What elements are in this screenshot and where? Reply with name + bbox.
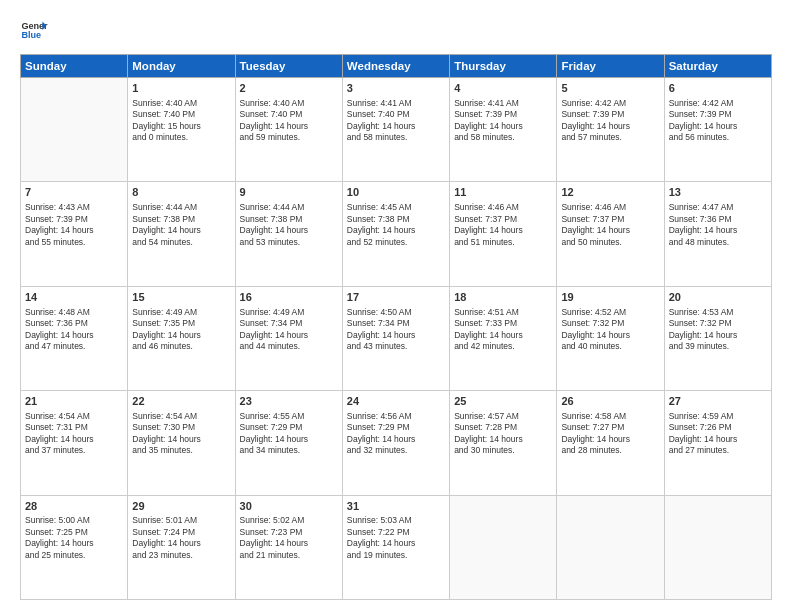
- calendar-cell: 11Sunrise: 4:46 AM Sunset: 7:37 PM Dayli…: [450, 182, 557, 286]
- day-info: Sunrise: 4:50 AM Sunset: 7:34 PM Dayligh…: [347, 307, 445, 353]
- calendar-cell: [450, 495, 557, 599]
- day-number: 25: [454, 394, 552, 409]
- svg-text:Blue: Blue: [21, 30, 41, 40]
- calendar-cell: 14Sunrise: 4:48 AM Sunset: 7:36 PM Dayli…: [21, 286, 128, 390]
- calendar-cell: [664, 495, 771, 599]
- day-info: Sunrise: 4:57 AM Sunset: 7:28 PM Dayligh…: [454, 411, 552, 457]
- calendar-cell: 21Sunrise: 4:54 AM Sunset: 7:31 PM Dayli…: [21, 391, 128, 495]
- day-number: 14: [25, 290, 123, 305]
- calendar-cell: 5Sunrise: 4:42 AM Sunset: 7:39 PM Daylig…: [557, 78, 664, 182]
- calendar-cell: 26Sunrise: 4:58 AM Sunset: 7:27 PM Dayli…: [557, 391, 664, 495]
- day-info: Sunrise: 4:49 AM Sunset: 7:34 PM Dayligh…: [240, 307, 338, 353]
- calendar-cell: 20Sunrise: 4:53 AM Sunset: 7:32 PM Dayli…: [664, 286, 771, 390]
- weekday-header-thursday: Thursday: [450, 55, 557, 78]
- day-info: Sunrise: 4:43 AM Sunset: 7:39 PM Dayligh…: [25, 202, 123, 248]
- calendar-cell: 2Sunrise: 4:40 AM Sunset: 7:40 PM Daylig…: [235, 78, 342, 182]
- day-info: Sunrise: 4:40 AM Sunset: 7:40 PM Dayligh…: [240, 98, 338, 144]
- calendar-cell: 1Sunrise: 4:40 AM Sunset: 7:40 PM Daylig…: [128, 78, 235, 182]
- day-info: Sunrise: 4:40 AM Sunset: 7:40 PM Dayligh…: [132, 98, 230, 144]
- day-info: Sunrise: 4:53 AM Sunset: 7:32 PM Dayligh…: [669, 307, 767, 353]
- day-info: Sunrise: 5:03 AM Sunset: 7:22 PM Dayligh…: [347, 515, 445, 561]
- day-number: 13: [669, 185, 767, 200]
- calendar-cell: 13Sunrise: 4:47 AM Sunset: 7:36 PM Dayli…: [664, 182, 771, 286]
- day-info: Sunrise: 4:51 AM Sunset: 7:33 PM Dayligh…: [454, 307, 552, 353]
- day-info: Sunrise: 4:52 AM Sunset: 7:32 PM Dayligh…: [561, 307, 659, 353]
- calendar-cell: 17Sunrise: 4:50 AM Sunset: 7:34 PM Dayli…: [342, 286, 449, 390]
- calendar-cell: 19Sunrise: 4:52 AM Sunset: 7:32 PM Dayli…: [557, 286, 664, 390]
- day-info: Sunrise: 4:59 AM Sunset: 7:26 PM Dayligh…: [669, 411, 767, 457]
- day-number: 11: [454, 185, 552, 200]
- calendar-cell: 3Sunrise: 4:41 AM Sunset: 7:40 PM Daylig…: [342, 78, 449, 182]
- day-info: Sunrise: 5:01 AM Sunset: 7:24 PM Dayligh…: [132, 515, 230, 561]
- day-info: Sunrise: 5:02 AM Sunset: 7:23 PM Dayligh…: [240, 515, 338, 561]
- day-number: 20: [669, 290, 767, 305]
- day-number: 6: [669, 81, 767, 96]
- calendar-table: SundayMondayTuesdayWednesdayThursdayFrid…: [20, 54, 772, 600]
- weekday-header-sunday: Sunday: [21, 55, 128, 78]
- week-row-3: 14Sunrise: 4:48 AM Sunset: 7:36 PM Dayli…: [21, 286, 772, 390]
- weekday-header-row: SundayMondayTuesdayWednesdayThursdayFrid…: [21, 55, 772, 78]
- day-info: Sunrise: 4:58 AM Sunset: 7:27 PM Dayligh…: [561, 411, 659, 457]
- day-number: 29: [132, 499, 230, 514]
- header: General Blue: [20, 16, 772, 44]
- calendar-cell: 27Sunrise: 4:59 AM Sunset: 7:26 PM Dayli…: [664, 391, 771, 495]
- day-number: 12: [561, 185, 659, 200]
- day-number: 28: [25, 499, 123, 514]
- calendar-cell: 16Sunrise: 4:49 AM Sunset: 7:34 PM Dayli…: [235, 286, 342, 390]
- day-number: 31: [347, 499, 445, 514]
- day-info: Sunrise: 4:48 AM Sunset: 7:36 PM Dayligh…: [25, 307, 123, 353]
- calendar-cell: 18Sunrise: 4:51 AM Sunset: 7:33 PM Dayli…: [450, 286, 557, 390]
- day-info: Sunrise: 4:47 AM Sunset: 7:36 PM Dayligh…: [669, 202, 767, 248]
- day-number: 7: [25, 185, 123, 200]
- calendar-cell: 9Sunrise: 4:44 AM Sunset: 7:38 PM Daylig…: [235, 182, 342, 286]
- day-number: 21: [25, 394, 123, 409]
- calendar-cell: 15Sunrise: 4:49 AM Sunset: 7:35 PM Dayli…: [128, 286, 235, 390]
- calendar-cell: 10Sunrise: 4:45 AM Sunset: 7:38 PM Dayli…: [342, 182, 449, 286]
- calendar-cell: 8Sunrise: 4:44 AM Sunset: 7:38 PM Daylig…: [128, 182, 235, 286]
- calendar-cell: 7Sunrise: 4:43 AM Sunset: 7:39 PM Daylig…: [21, 182, 128, 286]
- calendar-cell: 4Sunrise: 4:41 AM Sunset: 7:39 PM Daylig…: [450, 78, 557, 182]
- day-number: 5: [561, 81, 659, 96]
- day-number: 9: [240, 185, 338, 200]
- weekday-header-saturday: Saturday: [664, 55, 771, 78]
- day-info: Sunrise: 4:41 AM Sunset: 7:40 PM Dayligh…: [347, 98, 445, 144]
- weekday-header-monday: Monday: [128, 55, 235, 78]
- week-row-4: 21Sunrise: 4:54 AM Sunset: 7:31 PM Dayli…: [21, 391, 772, 495]
- calendar-cell: 12Sunrise: 4:46 AM Sunset: 7:37 PM Dayli…: [557, 182, 664, 286]
- day-number: 18: [454, 290, 552, 305]
- day-number: 26: [561, 394, 659, 409]
- calendar-cell: 22Sunrise: 4:54 AM Sunset: 7:30 PM Dayli…: [128, 391, 235, 495]
- day-number: 23: [240, 394, 338, 409]
- calendar-cell: 28Sunrise: 5:00 AM Sunset: 7:25 PM Dayli…: [21, 495, 128, 599]
- week-row-1: 1Sunrise: 4:40 AM Sunset: 7:40 PM Daylig…: [21, 78, 772, 182]
- calendar-cell: 30Sunrise: 5:02 AM Sunset: 7:23 PM Dayli…: [235, 495, 342, 599]
- day-number: 10: [347, 185, 445, 200]
- day-number: 15: [132, 290, 230, 305]
- day-number: 24: [347, 394, 445, 409]
- weekday-header-friday: Friday: [557, 55, 664, 78]
- day-info: Sunrise: 4:46 AM Sunset: 7:37 PM Dayligh…: [454, 202, 552, 248]
- day-info: Sunrise: 4:56 AM Sunset: 7:29 PM Dayligh…: [347, 411, 445, 457]
- day-number: 3: [347, 81, 445, 96]
- weekday-header-tuesday: Tuesday: [235, 55, 342, 78]
- calendar-cell: [21, 78, 128, 182]
- day-number: 30: [240, 499, 338, 514]
- week-row-2: 7Sunrise: 4:43 AM Sunset: 7:39 PM Daylig…: [21, 182, 772, 286]
- calendar-cell: 23Sunrise: 4:55 AM Sunset: 7:29 PM Dayli…: [235, 391, 342, 495]
- day-info: Sunrise: 4:45 AM Sunset: 7:38 PM Dayligh…: [347, 202, 445, 248]
- calendar-cell: [557, 495, 664, 599]
- day-number: 17: [347, 290, 445, 305]
- logo-icon: General Blue: [20, 16, 48, 44]
- calendar-cell: 6Sunrise: 4:42 AM Sunset: 7:39 PM Daylig…: [664, 78, 771, 182]
- day-info: Sunrise: 4:44 AM Sunset: 7:38 PM Dayligh…: [132, 202, 230, 248]
- day-number: 8: [132, 185, 230, 200]
- calendar-cell: 29Sunrise: 5:01 AM Sunset: 7:24 PM Dayli…: [128, 495, 235, 599]
- calendar-cell: 31Sunrise: 5:03 AM Sunset: 7:22 PM Dayli…: [342, 495, 449, 599]
- day-number: 2: [240, 81, 338, 96]
- day-info: Sunrise: 4:41 AM Sunset: 7:39 PM Dayligh…: [454, 98, 552, 144]
- day-info: Sunrise: 4:44 AM Sunset: 7:38 PM Dayligh…: [240, 202, 338, 248]
- week-row-5: 28Sunrise: 5:00 AM Sunset: 7:25 PM Dayli…: [21, 495, 772, 599]
- day-info: Sunrise: 4:49 AM Sunset: 7:35 PM Dayligh…: [132, 307, 230, 353]
- day-info: Sunrise: 4:42 AM Sunset: 7:39 PM Dayligh…: [669, 98, 767, 144]
- calendar-cell: 25Sunrise: 4:57 AM Sunset: 7:28 PM Dayli…: [450, 391, 557, 495]
